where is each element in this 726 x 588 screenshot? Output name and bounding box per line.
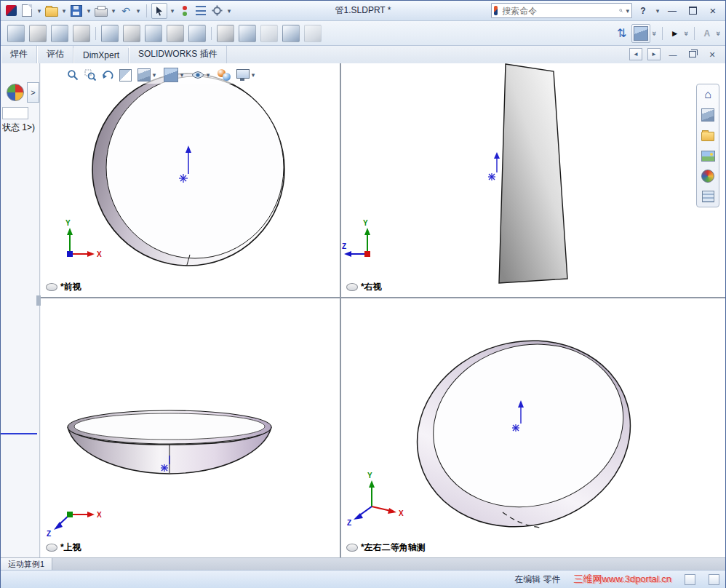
open-dropdown-icon[interactable]: ▾ bbox=[60, 7, 68, 15]
save-button[interactable] bbox=[69, 4, 84, 18]
curves-tool-icon bbox=[260, 25, 278, 42]
front-view-canvas[interactable]: Y X bbox=[41, 63, 340, 297]
feature-manager-collapsed: > 状态 1>) bbox=[1, 63, 40, 557]
zoom-fit-button[interactable] bbox=[67, 69, 79, 81]
tab-dimxpert[interactable]: DimXpert bbox=[73, 48, 129, 63]
front-view-label: *前视 bbox=[46, 281, 81, 293]
save-dropdown-icon[interactable]: ▾ bbox=[85, 7, 92, 15]
view-lock-icon bbox=[46, 544, 57, 552]
tab-solidworks-addins[interactable]: SOLIDWORKS 插件 bbox=[129, 46, 227, 63]
image-icon bbox=[701, 151, 715, 162]
sweep-tool-icon[interactable] bbox=[51, 25, 68, 42]
select-dropdown-icon[interactable]: ▾ bbox=[169, 7, 176, 15]
svg-text:Y: Y bbox=[65, 219, 71, 227]
configuration-pie-icon[interactable] bbox=[7, 84, 24, 101]
close-button[interactable]: × bbox=[703, 4, 722, 17]
doc-minimize-button[interactable]: — bbox=[666, 49, 680, 60]
status-icon-1[interactable] bbox=[685, 574, 695, 585]
dropdown-icon[interactable]: ▾ bbox=[178, 71, 186, 79]
maximize-button[interactable] bbox=[683, 4, 702, 17]
viewport-front[interactable]: Y X *前视 bbox=[41, 63, 340, 297]
annotation-expand-icon[interactable]: » bbox=[714, 31, 723, 35]
chamfer-tool-icon[interactable] bbox=[123, 25, 140, 42]
edit-appearance-button[interactable] bbox=[218, 69, 231, 81]
dropdown-icon[interactable]: ▾ bbox=[250, 71, 257, 79]
dropdown-icon[interactable]: ▾ bbox=[151, 71, 158, 79]
instant3d-tool-icon[interactable] bbox=[282, 25, 300, 42]
reference-geometry-tool-icon[interactable] bbox=[239, 25, 256, 42]
view-selector-button[interactable] bbox=[631, 24, 650, 43]
mirror-tool-icon[interactable] bbox=[217, 25, 234, 42]
help-dropdown-icon[interactable]: ▾ bbox=[654, 7, 661, 15]
rib-tool-icon[interactable] bbox=[145, 25, 162, 42]
appearances-scenes-button[interactable] bbox=[699, 168, 717, 184]
view-settings-button[interactable]: ▾ bbox=[236, 69, 257, 81]
display-style-button[interactable]: ▾ bbox=[164, 68, 186, 82]
custom-properties-button[interactable] bbox=[699, 188, 717, 204]
tab-weldments[interactable]: 焊件 bbox=[1, 46, 37, 63]
previous-view-button[interactable] bbox=[102, 70, 113, 80]
zoom-area-button[interactable] bbox=[84, 69, 96, 81]
revolve-tool-icon[interactable] bbox=[29, 25, 47, 42]
search-scope-dropdown-icon[interactable]: ▾ bbox=[626, 7, 629, 15]
print-dropdown-icon[interactable]: ▾ bbox=[110, 7, 117, 15]
home-button[interactable]: ⌂ bbox=[699, 87, 717, 103]
doc-close-button[interactable]: × bbox=[705, 49, 719, 60]
viewport-top[interactable]: X Z *上视 bbox=[41, 298, 340, 557]
new-dropdown-icon[interactable]: ▾ bbox=[36, 7, 43, 15]
pane-nav-left-button[interactable]: ◄ bbox=[629, 48, 642, 60]
viewport-isometric[interactable]: Y X Z *左右二等角轴测 bbox=[341, 298, 725, 557]
gear-icon bbox=[212, 5, 223, 16]
hide-show-items-button[interactable]: ▾ bbox=[191, 71, 212, 79]
dropdown-icon[interactable]: ▾ bbox=[204, 71, 212, 79]
orientation-arrows-icon[interactable]: ⇅ bbox=[615, 26, 629, 41]
search-magnifier-icon[interactable] bbox=[619, 6, 623, 15]
options-dropdown-icon[interactable]: ▾ bbox=[226, 7, 233, 15]
rebuild-toggle-icon[interactable] bbox=[177, 4, 192, 18]
toolbar-separator bbox=[694, 27, 695, 40]
tab-evaluate[interactable]: 评估 bbox=[37, 46, 73, 63]
undo-button[interactable]: ↶ bbox=[119, 4, 133, 18]
minimize-button[interactable]: — bbox=[663, 4, 682, 17]
view-palette-button[interactable] bbox=[699, 148, 717, 164]
display-state-label: 状态 1>) bbox=[2, 122, 40, 134]
help-button[interactable]: ? bbox=[634, 4, 653, 17]
feature-manager-filter-box[interactable] bbox=[2, 107, 28, 119]
view-selector-expand-icon[interactable]: » bbox=[650, 31, 659, 35]
view-orientation-button[interactable]: ▾ bbox=[137, 68, 158, 82]
isometric-view-canvas[interactable]: Y X Z bbox=[341, 298, 725, 557]
extrude-tool-icon[interactable] bbox=[7, 25, 25, 42]
right-view-canvas[interactable]: Y Z bbox=[341, 63, 725, 297]
select-cursor-button[interactable] bbox=[151, 3, 167, 19]
loft-tool-icon[interactable] bbox=[73, 25, 90, 42]
play-expand-icon[interactable]: » bbox=[682, 31, 691, 35]
command-search-box[interactable]: ▾ bbox=[491, 3, 632, 18]
top-axis-triad: X Z bbox=[47, 511, 102, 538]
doc-restore-button[interactable] bbox=[685, 49, 700, 60]
eye-icon bbox=[191, 71, 204, 79]
search-input[interactable] bbox=[500, 5, 616, 17]
expand-panel-button[interactable]: > bbox=[27, 82, 39, 103]
right-axis-triad: Y Z bbox=[342, 219, 370, 257]
library-cube-icon bbox=[701, 108, 714, 122]
design-library-button[interactable] bbox=[699, 107, 717, 123]
undo-dropdown-icon[interactable]: ▾ bbox=[135, 7, 142, 15]
print-button[interactable] bbox=[94, 4, 108, 18]
pattern-tool-icon[interactable] bbox=[188, 25, 206, 42]
open-button[interactable] bbox=[44, 4, 59, 18]
file-explorer-button[interactable] bbox=[699, 127, 717, 143]
new-document-button[interactable] bbox=[20, 4, 34, 18]
options-gear-button[interactable] bbox=[210, 4, 224, 18]
task-list-button[interactable] bbox=[194, 4, 208, 18]
play-button[interactable]: ► bbox=[668, 26, 682, 41]
status-icon-2[interactable] bbox=[709, 574, 719, 585]
section-view-button[interactable] bbox=[119, 69, 132, 82]
toolbar-separator bbox=[95, 27, 96, 40]
viewport-right[interactable]: Y Z *右视 bbox=[341, 63, 725, 297]
top-view-canvas[interactable]: X Z bbox=[41, 298, 340, 557]
fillet-tool-icon[interactable] bbox=[101, 25, 119, 42]
feature-toolbar: ⇅ » ► » A » bbox=[1, 21, 725, 46]
shell-tool-icon[interactable] bbox=[167, 25, 184, 42]
pane-nav-right-button[interactable]: ► bbox=[647, 48, 661, 60]
motion-study-tab[interactable]: 运动算例1 bbox=[1, 558, 52, 570]
